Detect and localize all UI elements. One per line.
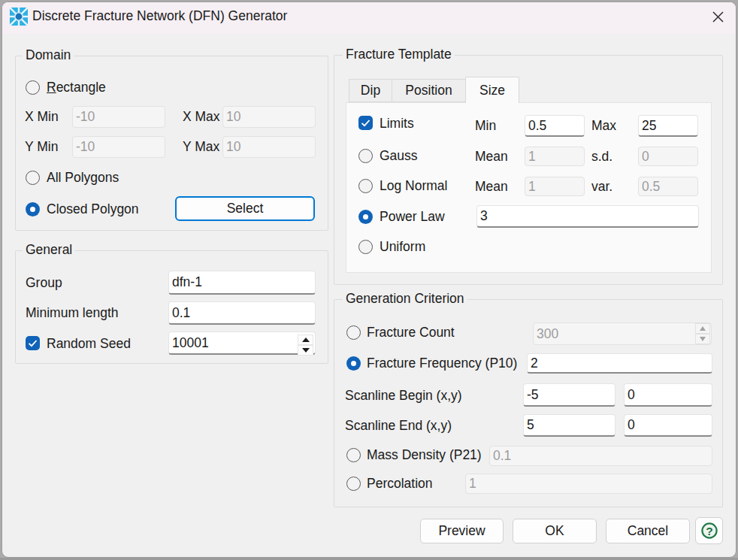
svg-text:?: ? <box>706 525 712 537</box>
